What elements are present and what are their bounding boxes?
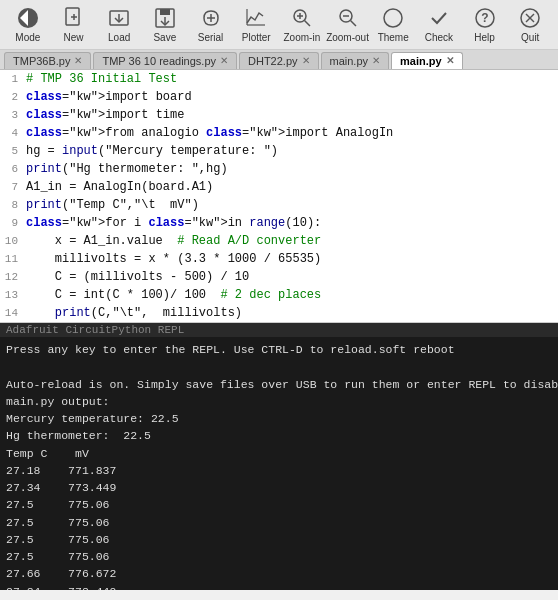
tab-1[interactable]: TMP 36 10 readings.py ✕	[93, 52, 237, 69]
theme-icon	[380, 6, 406, 32]
console-line: Auto-reload is on. Simply save files ove…	[6, 376, 552, 393]
load-icon	[106, 6, 132, 32]
console-line: Hg thermometer: 22.5	[6, 427, 552, 444]
new-icon	[61, 6, 87, 32]
code-line: 13 C = int(C * 100)/ 100 # 2 dec places	[0, 286, 558, 304]
quit-button[interactable]: Quit	[508, 4, 552, 45]
help-button[interactable]: ? Help	[463, 4, 507, 45]
console-line: 27.5 775.06	[6, 496, 552, 513]
zoom-out-button[interactable]: Zoom-out	[326, 4, 370, 45]
console-line: 27.5 775.06	[6, 531, 552, 548]
tab-2[interactable]: DHT22.py ✕	[239, 52, 319, 69]
code-line: 10 x = A1_in.value # Read A/D converter	[0, 232, 558, 250]
console-line: 27.66 776.672	[6, 565, 552, 582]
code-editor[interactable]: 1# TMP 36 Initial Test2class="kw">import…	[0, 70, 558, 323]
theme-button[interactable]: Theme	[371, 4, 415, 45]
console-line: main.py output:	[6, 393, 552, 410]
code-line: 5hg = input("Mercury temperature: ")	[0, 142, 558, 160]
tabs-bar: TMP36B.py ✕ TMP 36 10 readings.py ✕ DHT2…	[0, 50, 558, 70]
tab-0[interactable]: TMP36B.py ✕	[4, 52, 91, 69]
tab-close-1[interactable]: ✕	[220, 56, 228, 66]
tab-4[interactable]: main.py ✕	[391, 52, 463, 69]
main-area: 1# TMP 36 Initial Test2class="kw">import…	[0, 70, 558, 590]
adafruit-bar: Adafruit CircuitPython REPL	[0, 323, 558, 337]
console-line: 27.5 775.06	[6, 548, 552, 565]
code-line: 3class="kw">import time	[0, 106, 558, 124]
plotter-icon	[243, 6, 269, 32]
mode-button[interactable]: Mode	[6, 4, 50, 45]
zoom-in-icon	[289, 6, 315, 32]
tab-3[interactable]: main.py ✕	[321, 52, 390, 69]
quit-icon	[517, 6, 543, 32]
code-line: 14 print(C,"\t", millivolts)	[0, 304, 558, 322]
serial-icon	[198, 6, 224, 32]
code-line: 12 C = (millivolts - 500) / 10	[0, 268, 558, 286]
check-icon	[426, 6, 452, 32]
tab-close-2[interactable]: ✕	[302, 56, 310, 66]
check-button[interactable]: Check	[417, 4, 461, 45]
load-button[interactable]: Load	[97, 4, 141, 45]
code-line: 7A1_in = AnalogIn(board.A1)	[0, 178, 558, 196]
console-line: Press any key to enter the REPL. Use CTR…	[6, 341, 552, 358]
svg-line-15	[304, 21, 310, 27]
save-button[interactable]: Save	[143, 4, 187, 45]
console-line: 27.34 773.449	[6, 583, 552, 591]
svg-text:?: ?	[481, 11, 488, 25]
serial-button[interactable]: Serial	[189, 4, 233, 45]
console-line: 27.5 775.06	[6, 514, 552, 531]
tab-close-4[interactable]: ✕	[446, 56, 454, 66]
console-line: Temp C mV	[6, 445, 552, 462]
save-icon	[152, 6, 178, 32]
new-button[interactable]: New	[52, 4, 96, 45]
console[interactable]: Press any key to enter the REPL. Use CTR…	[0, 337, 558, 590]
mode-icon	[15, 6, 41, 32]
code-line: 4class="kw">from analogio class="kw">imp…	[0, 124, 558, 142]
console-line: 27.34 773.449	[6, 479, 552, 496]
svg-line-19	[350, 21, 356, 27]
svg-rect-9	[160, 9, 170, 15]
code-line: 2class="kw">import board	[0, 88, 558, 106]
zoom-in-button[interactable]: Zoom-in	[280, 4, 324, 45]
code-line: 1# TMP 36 Initial Test	[0, 70, 558, 88]
toolbar: Mode New Load	[0, 0, 558, 50]
console-line: 27.18 771.837	[6, 462, 552, 479]
code-line: 11 millivolts = x * (3.3 * 1000 / 65535)	[0, 250, 558, 268]
svg-point-21	[384, 9, 402, 27]
tab-close-3[interactable]: ✕	[372, 56, 380, 66]
code-line: 6print("Hg thermometer: ",hg)	[0, 160, 558, 178]
plotter-button[interactable]: Plotter	[234, 4, 278, 45]
console-line	[6, 358, 552, 375]
code-line: 9class="kw">for i class="kw">in range(10…	[0, 214, 558, 232]
console-line: Mercury temperature: 22.5	[6, 410, 552, 427]
zoom-out-icon	[335, 6, 361, 32]
help-icon: ?	[472, 6, 498, 32]
code-line: 8print("Temp C","\t mV")	[0, 196, 558, 214]
tab-close-0[interactable]: ✕	[74, 56, 82, 66]
